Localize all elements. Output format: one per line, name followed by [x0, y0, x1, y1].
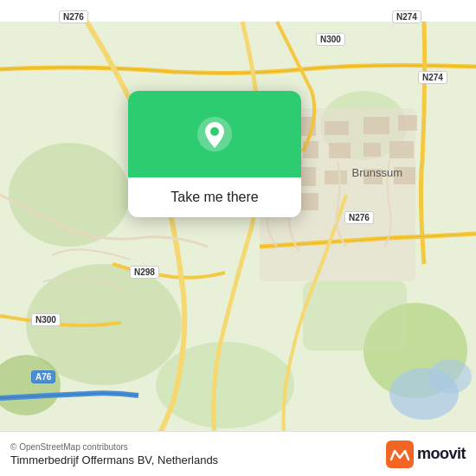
bottom-bar: © OpenStreetMap contributors Timmerbedri… [0, 431, 476, 476]
moovit-logo: moovit [386, 441, 466, 468]
svg-rect-16 [398, 115, 417, 131]
svg-point-27 [428, 359, 472, 394]
road-label-a76: A76 [31, 370, 55, 383]
map-background [0, 0, 476, 476]
svg-point-1 [9, 143, 130, 247]
road-label-n274-tr: N274 [392, 10, 421, 23]
svg-rect-17 [363, 143, 381, 157]
copyright-text: © OpenStreetMap contributors [10, 442, 218, 452]
road-label-n300-bot: N300 [31, 313, 61, 326]
map-container: N276 N274 N274 N300 N276 N298 N300 A76 B… [0, 0, 476, 476]
moovit-text: moovit [417, 445, 466, 463]
svg-rect-11 [325, 121, 349, 135]
moovit-logo-icon [386, 441, 414, 468]
road-label-n298: N298 [130, 266, 159, 279]
popup-button-label: Take me there [170, 190, 258, 205]
svg-rect-14 [329, 143, 351, 158]
road-label-n276-mid: N276 [344, 211, 374, 224]
svg-rect-15 [363, 117, 389, 134]
location-name: Timmerbedrijf Offermans BV, Netherlands [10, 453, 218, 466]
city-label-brunssum: Brunssum [351, 166, 402, 179]
svg-rect-5 [303, 281, 407, 351]
svg-rect-20 [299, 167, 316, 186]
location-info: © OpenStreetMap contributors Timmerbedri… [10, 442, 218, 466]
svg-point-29 [210, 127, 219, 136]
svg-rect-21 [325, 170, 347, 184]
popup-header [128, 91, 301, 177]
road-label-n300-top: N300 [316, 33, 345, 46]
take-me-there-button[interactable]: Take me there [128, 177, 301, 217]
svg-rect-30 [386, 441, 414, 468]
location-pin-icon [196, 115, 234, 153]
popup-card: Take me there [128, 91, 301, 217]
road-label-n276-tl: N276 [59, 10, 88, 23]
road-label-n274-r: N274 [418, 71, 447, 84]
svg-rect-18 [389, 141, 414, 158]
